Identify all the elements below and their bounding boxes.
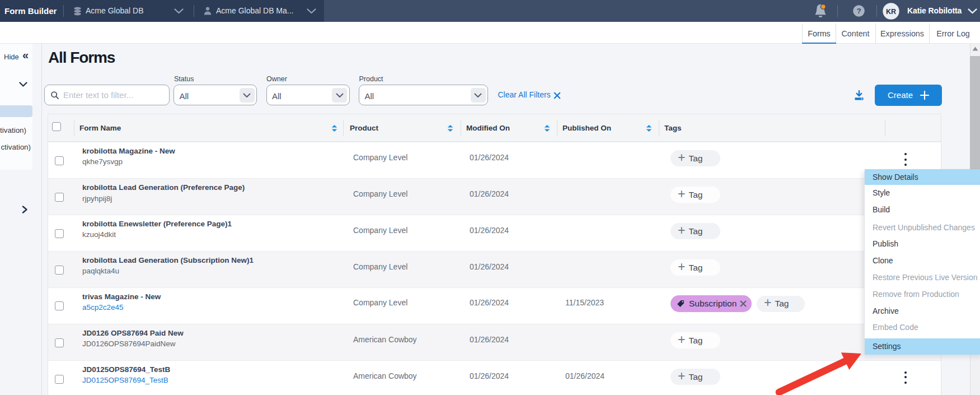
svg-text:?: ? [856,7,861,15]
svg-text:KR: KR [886,7,896,15]
